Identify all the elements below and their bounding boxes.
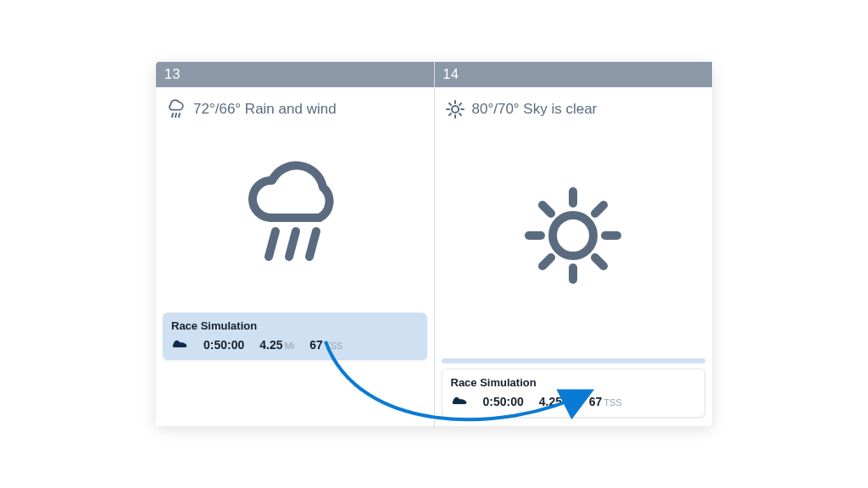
workout-title: Race Simulation	[451, 376, 697, 389]
run-shoe-icon	[171, 337, 188, 352]
weather-summary: 72°/66° Rain and wind	[156, 87, 434, 119]
svg-point-6	[452, 106, 459, 113]
svg-line-13	[448, 114, 450, 115]
workout-stats: 0:50:00 4.25Mi 67TSS	[451, 394, 697, 408]
day-date: 13	[164, 67, 181, 82]
svg-line-3	[269, 231, 275, 257]
weather-hero-icon	[435, 119, 713, 352]
svg-point-15	[553, 215, 593, 256]
workout-stats: 0:50:00 4.25Mi 67TSS	[171, 337, 419, 352]
day-column-14[interactable]: 14 80°/70° Sky is clear	[434, 62, 713, 426]
rain-cloud-icon	[231, 157, 359, 275]
weather-text: 72°/66° Rain and wind	[193, 101, 337, 118]
svg-line-1	[175, 114, 176, 117]
workout-duration: 0:50:00	[203, 338, 244, 352]
workout-card-source[interactable]: Race Simulation 0:50:00 4.25Mi 67TSS	[163, 313, 427, 360]
svg-line-14	[459, 103, 461, 105]
day-header: 14	[435, 62, 713, 87]
svg-line-5	[309, 231, 316, 257]
sun-icon	[445, 99, 465, 119]
svg-line-12	[459, 114, 461, 115]
run-shoe-icon	[451, 394, 468, 408]
workout-distance: 4.25Mi	[539, 395, 574, 408]
rain-icon	[166, 99, 186, 119]
workout-card-target[interactable]: Race Simulation 0:50:00 4.25Mi 67TSS	[442, 369, 706, 418]
svg-line-4	[289, 231, 296, 257]
svg-line-11	[448, 103, 450, 105]
day-header: 13	[156, 62, 434, 87]
svg-line-2	[179, 114, 180, 117]
weather-summary: 80°/70° Sky is clear	[435, 87, 713, 119]
workout-tss: 67TSS	[589, 395, 622, 408]
weather-text: 80°/70° Sky is clear	[472, 101, 598, 118]
svg-line-22	[542, 258, 551, 266]
svg-line-21	[595, 258, 604, 266]
workout-duration: 0:50:00	[483, 395, 524, 408]
workout-tss: 67TSS	[309, 338, 342, 352]
svg-line-23	[595, 205, 604, 214]
drop-target-indicator	[442, 358, 706, 363]
calendar-two-day-view: 13 72°/66° Rain and wind Race Simulation	[156, 62, 712, 426]
day-column-13[interactable]: 13 72°/66° Rain and wind Race Simulation	[156, 62, 434, 426]
sun-large-icon	[509, 176, 637, 295]
workout-title: Race Simulation	[171, 319, 419, 332]
spacer	[156, 369, 434, 426]
day-date: 14	[443, 67, 459, 82]
workout-distance: 4.25Mi	[259, 338, 294, 352]
svg-line-20	[542, 205, 551, 214]
weather-hero-icon	[156, 119, 434, 313]
svg-line-0	[172, 114, 173, 117]
